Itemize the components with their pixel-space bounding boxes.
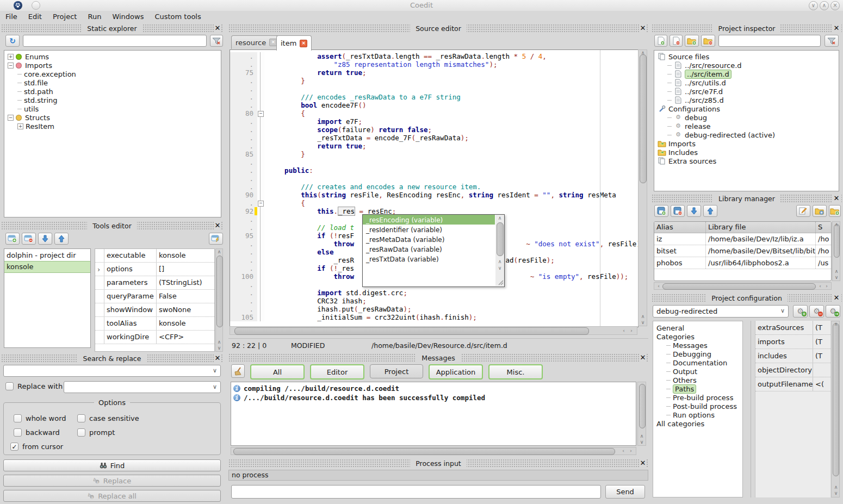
project-tree-item[interactable]: ../src/utils.d <box>654 78 839 87</box>
move-library-up-button[interactable] <box>703 205 717 217</box>
move-tool-down-button[interactable] <box>38 233 52 245</box>
code-line[interactable]: . import e7F; <box>230 117 638 126</box>
remove-folder-button[interactable] <box>701 35 715 47</box>
scroll-up-icon[interactable]: ∧ <box>833 485 839 490</box>
project-tree-item[interactable]: ⚙release <box>654 122 839 130</box>
move-library-down-button[interactable] <box>687 205 701 217</box>
completion-item[interactable]: _resRawData (variable) <box>363 244 495 254</box>
completion-item[interactable]: _resMetaData (variable) <box>363 234 495 244</box>
fold-margin[interactable] <box>257 264 264 272</box>
symbol-tree-item[interactable]: −Imports <box>4 61 221 70</box>
category-item[interactable]: Others <box>653 376 742 384</box>
clear-filter-button[interactable] <box>210 35 223 47</box>
property-value[interactable]: [] <box>157 263 214 276</box>
code-line[interactable]: 105 _initialSum = crc322uint(ihash.finis… <box>230 313 638 321</box>
code-line[interactable]: . public: <box>230 166 638 175</box>
fold-margin[interactable]: − <box>257 199 264 207</box>
menu-project[interactable]: Project <box>47 11 82 21</box>
from-cursor-checkbox[interactable]: ✓ <box>10 443 18 451</box>
scroll-up-icon[interactable]: ∧ <box>833 322 839 327</box>
fold-margin[interactable] <box>257 223 264 232</box>
property-value[interactable]: <CFP> <box>157 331 214 344</box>
project-tree-item[interactable]: ⚙debug-redirected (active) <box>654 130 839 139</box>
tab-resource[interactable]: resource × <box>231 35 281 49</box>
close-panel-icon[interactable]: ✕ <box>639 353 647 362</box>
code-line[interactable]: 80− { <box>230 109 638 117</box>
option-from-cursor[interactable]: ✓from cursor <box>10 443 63 451</box>
scroll-up-icon[interactable]: ∧ <box>640 314 646 319</box>
completion-item[interactable]: _resIdentifier (variable) <box>363 225 495 234</box>
completion-scrollbar[interactable]: ∧ ∧ ∨ <box>495 215 504 286</box>
fold-margin[interactable] <box>257 248 264 256</box>
code-line[interactable]: . import std.digest.crc; <box>230 289 638 297</box>
prompt-checkbox[interactable] <box>77 428 85 437</box>
code-line[interactable]: 85 } <box>230 150 638 158</box>
fold-margin[interactable] <box>257 183 264 191</box>
remove-library-button[interactable] <box>671 205 685 217</box>
property-value[interactable]: konsole <box>157 317 214 330</box>
fold-margin[interactable] <box>257 175 264 183</box>
scrollbar-thumb[interactable] <box>662 283 816 290</box>
scroll-right-icon[interactable]: › <box>628 449 634 453</box>
scrollbar-thumb[interactable] <box>834 224 840 258</box>
filter-all[interactable]: All <box>250 364 305 379</box>
filter-editor[interactable]: Editor <box>310 364 364 379</box>
tool-property-row[interactable]: executablekonsole <box>95 249 214 263</box>
close-panel-icon[interactable]: ✕ <box>833 24 840 33</box>
case-sensitive-checkbox[interactable] <box>77 414 85 422</box>
remove-configuration-button[interactable]: ⚙− <box>809 305 824 318</box>
tab-item[interactable]: item × <box>276 35 312 51</box>
library-hscrollbar[interactable]: ‹ ‹ › <box>654 282 832 290</box>
add-library-folder-button[interactable] <box>829 205 841 217</box>
code-line[interactable]: . return true; <box>230 142 638 150</box>
fold-margin[interactable] <box>257 69 264 77</box>
menu-edit[interactable]: Edit <box>23 11 47 21</box>
tool-property-row[interactable]: queryParameFalse <box>95 290 214 303</box>
property-value[interactable]: <( <box>813 377 830 391</box>
fold-margin[interactable] <box>257 215 264 223</box>
tools-grid-scrollbar[interactable]: ∧ ∧ ∨ <box>215 248 223 352</box>
fold-margin[interactable] <box>257 150 264 158</box>
scroll-up-icon[interactable]: ∧ <box>216 340 222 345</box>
project-tree-item[interactable]: ⚙debug <box>654 113 839 122</box>
category-item[interactable]: General <box>653 323 742 332</box>
close-panel-icon[interactable]: ✕ <box>833 194 840 203</box>
fold-margin[interactable] <box>257 297 264 305</box>
code-line[interactable]: . /// creates and encodes a new resource… <box>230 183 638 191</box>
fold-margin[interactable] <box>257 85 264 93</box>
tool-list-item[interactable]: konsole <box>4 261 90 273</box>
symbol-tree-item[interactable]: +ResItem <box>4 122 221 130</box>
resize-grip-icon[interactable] <box>497 279 504 285</box>
property-value[interactable]: (T <box>813 335 830 349</box>
code-line[interactable]: . bool encodee7F() <box>230 101 638 109</box>
category-item[interactable]: Pre-build process <box>653 393 742 402</box>
fold-margin[interactable] <box>257 142 264 150</box>
symbol-filter-input[interactable] <box>23 35 207 47</box>
fold-margin[interactable] <box>257 77 264 85</box>
add-tool-button[interactable] <box>5 233 20 245</box>
fold-margin[interactable] <box>257 207 264 215</box>
fold-margin[interactable] <box>257 126 264 134</box>
project-tree-item[interactable]: ../src/e7F.d <box>654 87 839 96</box>
project-tree-item[interactable]: Configurations <box>654 104 839 113</box>
code-line[interactable]: . <box>230 85 638 93</box>
move-tool-up-button[interactable] <box>54 233 69 245</box>
scroll-right-icon[interactable]: › <box>823 284 830 289</box>
edit-library-button[interactable] <box>796 205 810 217</box>
close-panel-icon[interactable]: ✕ <box>639 24 647 33</box>
scrollbar-thumb[interactable] <box>234 327 589 335</box>
tool-list-item[interactable]: dolphin - project dir <box>4 250 90 261</box>
backward-checkbox[interactable] <box>14 428 22 437</box>
messages-vscrollbar[interactable]: ∧ ∨ <box>637 382 646 446</box>
tool-property-row[interactable]: ›options[] <box>95 263 214 276</box>
category-item[interactable]: Paths <box>653 384 742 393</box>
replace-input[interactable] <box>64 381 221 393</box>
code-line[interactable]: 75 return true; <box>230 69 638 77</box>
category-item[interactable]: Categories <box>653 332 742 341</box>
scroll-up-icon[interactable]: ∧ <box>497 216 503 221</box>
fold-margin[interactable] <box>257 166 264 175</box>
chevron-down-icon[interactable]: ∨ <box>213 383 217 390</box>
scrollbar-thumb[interactable] <box>639 384 646 428</box>
project-tree-item[interactable]: Includes <box>654 148 839 157</box>
library-vscrollbar[interactable]: ∧ ∧ ∨ <box>832 221 840 281</box>
